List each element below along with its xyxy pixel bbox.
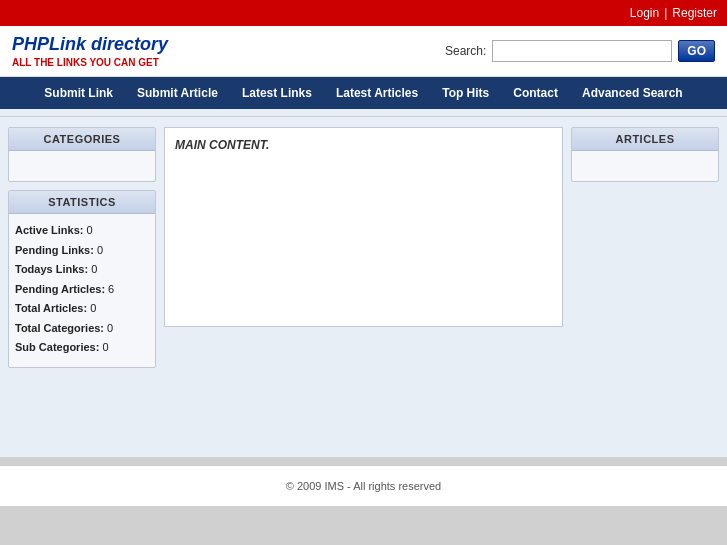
left-sidebar: CATEGORIES STATISTICS Active Links: 0Pen…	[8, 127, 156, 376]
login-link[interactable]: Login	[630, 6, 659, 20]
stat-item: Pending Links: 0	[15, 242, 149, 259]
logo-tagline: ALL THE LINKS YOU CAN GET	[12, 57, 168, 68]
statistics-content: Active Links: 0Pending Links: 0Todays Li…	[9, 214, 155, 367]
nav-latest-articles[interactable]: Latest Articles	[324, 77, 430, 109]
categories-content	[9, 151, 155, 181]
categories-box: CATEGORIES	[8, 127, 156, 182]
main-wrapper: CATEGORIES STATISTICS Active Links: 0Pen…	[0, 117, 727, 457]
logo-area: PHPLink directory ALL THE LINKS YOU CAN …	[12, 34, 168, 68]
navbar: Submit Link Submit Article Latest Links …	[0, 77, 727, 109]
nav-advanced-search[interactable]: Advanced Search	[570, 77, 695, 109]
main-content-label: MAIN CONTENT.	[175, 138, 552, 152]
separator: |	[664, 6, 667, 20]
nav-contact[interactable]: Contact	[501, 77, 570, 109]
categories-header: CATEGORIES	[9, 128, 155, 151]
top-bar: Login | Register	[0, 0, 727, 26]
logo-text: PHPLink directory	[12, 34, 168, 55]
center-content: MAIN CONTENT.	[164, 127, 563, 327]
articles-box: ARTICLES	[571, 127, 719, 182]
right-sidebar: ARTICLES	[571, 127, 719, 190]
search-label: Search:	[445, 44, 486, 58]
nav-submit-link[interactable]: Submit Link	[32, 77, 125, 109]
stat-item: Todays Links: 0	[15, 261, 149, 278]
nav-latest-links[interactable]: Latest Links	[230, 77, 324, 109]
footer: © 2009 IMS - All rights reserved	[0, 465, 727, 506]
copyright-text: © 2009 IMS - All rights reserved	[286, 480, 441, 492]
sub-header-strip	[0, 109, 727, 117]
nav-submit-article[interactable]: Submit Article	[125, 77, 230, 109]
statistics-box: STATISTICS Active Links: 0Pending Links:…	[8, 190, 156, 368]
search-button[interactable]: GO	[678, 40, 715, 62]
search-input[interactable]	[492, 40, 672, 62]
stat-item: Pending Articles: 6	[15, 281, 149, 298]
stat-item: Active Links: 0	[15, 222, 149, 239]
main-layout: CATEGORIES STATISTICS Active Links: 0Pen…	[8, 127, 719, 376]
articles-header: ARTICLES	[572, 128, 718, 151]
header: PHPLink directory ALL THE LINKS YOU CAN …	[0, 26, 727, 77]
stat-item: Total Categories: 0	[15, 320, 149, 337]
bottom-area	[0, 506, 727, 545]
nav-top-hits[interactable]: Top Hits	[430, 77, 501, 109]
stat-item: Total Articles: 0	[15, 300, 149, 317]
register-link[interactable]: Register	[672, 6, 717, 20]
search-area: Search: GO	[445, 40, 715, 62]
statistics-header: STATISTICS	[9, 191, 155, 214]
stat-item: Sub Categories: 0	[15, 339, 149, 356]
articles-content	[572, 151, 718, 181]
